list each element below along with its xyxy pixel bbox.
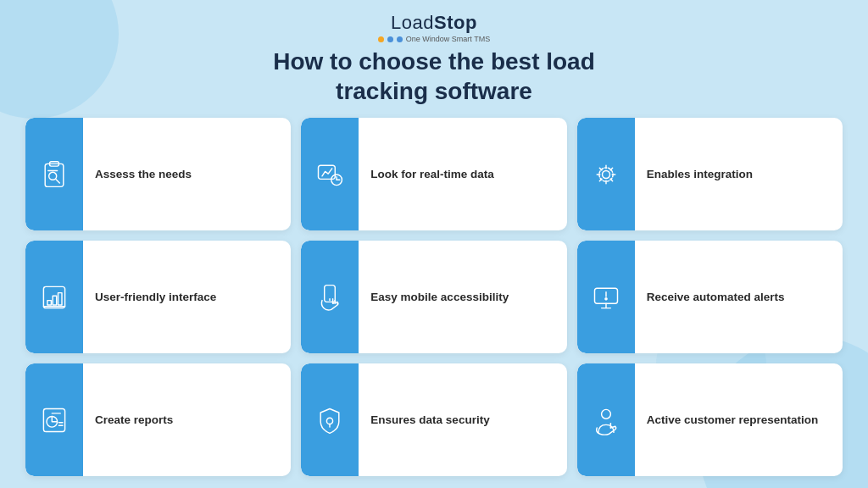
- dot-orange: [378, 36, 384, 42]
- card-automated-alerts: Receive automated alerts: [577, 241, 843, 353]
- card-label-create-reports: Create reports: [83, 406, 185, 435]
- card-label-customer-rep: Active customer representation: [635, 406, 831, 435]
- svg-rect-12: [47, 300, 52, 304]
- cards-grid: Assess the needsLook for real-time dataE…: [25, 118, 843, 476]
- card-label-automated-alerts: Receive automated alerts: [635, 283, 797, 312]
- main-title-line2: tracking software: [273, 76, 595, 106]
- icon-box-enables-integration: [577, 118, 635, 230]
- logo-name-regular: Load: [391, 12, 434, 33]
- card-mobile-access: Easy mobile accessibility: [301, 241, 566, 353]
- card-customer-rep: Active customer representation: [577, 363, 843, 476]
- svg-point-24: [605, 297, 607, 299]
- card-label-real-time-data: Look for real-time data: [359, 160, 506, 189]
- logo-text: LoadStop: [391, 12, 477, 34]
- main-title: How to choose the best load tracking sof…: [273, 47, 595, 106]
- card-user-friendly: User-friendly interface: [25, 241, 291, 353]
- dot-blue-2: [397, 36, 403, 42]
- icon-box-user-friendly: [25, 241, 83, 353]
- card-data-security: Ensures data security: [301, 363, 566, 476]
- icon-box-mobile-access: [301, 241, 359, 353]
- svg-rect-0: [45, 164, 64, 186]
- icon-box-data-security: [301, 363, 359, 476]
- card-enables-integration: Enables integration: [577, 118, 843, 230]
- main-title-line1: How to choose the best load: [273, 47, 595, 76]
- icon-box-create-reports: [25, 363, 83, 476]
- card-real-time-data: Look for real-time data: [301, 118, 566, 230]
- card-label-enables-integration: Enables integration: [635, 160, 765, 189]
- card-create-reports: Create reports: [25, 363, 291, 476]
- svg-point-9: [602, 170, 609, 178]
- card-label-data-security: Ensures data security: [359, 406, 501, 435]
- main-container: LoadStop One Window Smart TMS How to cho…: [0, 0, 868, 488]
- logo-area: LoadStop One Window Smart TMS: [378, 12, 490, 43]
- card-label-mobile-access: Easy mobile accessibility: [359, 283, 520, 312]
- tagline-text: One Window Smart TMS: [406, 35, 490, 43]
- svg-rect-14: [58, 292, 63, 304]
- icon-box-assess-needs: [25, 118, 83, 230]
- logo-tagline: One Window Smart TMS: [378, 35, 490, 43]
- icon-box-automated-alerts: [577, 241, 635, 353]
- icon-box-real-time-data: [301, 118, 359, 230]
- logo-name-bold: Stop: [434, 12, 477, 33]
- icon-box-customer-rep: [577, 363, 635, 476]
- card-label-user-friendly: User-friendly interface: [83, 283, 228, 312]
- svg-point-30: [327, 418, 333, 424]
- svg-point-32: [601, 409, 610, 419]
- svg-line-3: [56, 179, 60, 183]
- dot-blue-1: [387, 36, 393, 42]
- card-label-assess-needs: Assess the needs: [83, 160, 203, 189]
- svg-rect-13: [53, 296, 56, 305]
- card-assess-needs: Assess the needs: [25, 118, 291, 230]
